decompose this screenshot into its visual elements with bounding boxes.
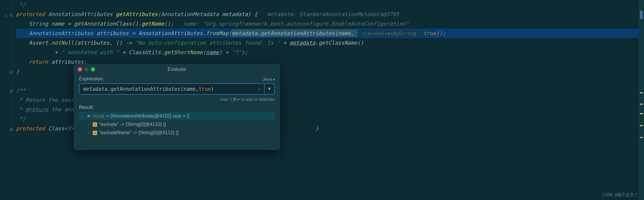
code-line: + " annotated with " + ClassUtils.getSho… bbox=[16, 48, 644, 57]
code-line: String name = getAnnotationClass().getNa… bbox=[16, 19, 644, 29]
object-icon: ⚭ bbox=[86, 114, 91, 118]
gutter: ↓ ⊟ ⊟ ⊟ ⊞ bbox=[0, 0, 12, 133]
editor-markers[interactable] bbox=[639, 0, 644, 200]
chevron-down-icon[interactable]: ⌄ bbox=[80, 114, 84, 118]
code-line: protected AnnotationAttributes getAttrib… bbox=[16, 10, 644, 19]
fold-open-icon[interactable]: ⊟ bbox=[8, 87, 14, 96]
field-icon: ≡ bbox=[93, 122, 97, 127]
fold-icon[interactable]: ⊟ bbox=[8, 10, 14, 20]
fold-close-icon[interactable]: ⊟ bbox=[8, 68, 14, 77]
fold-open-icon[interactable]: ⊞ bbox=[8, 125, 14, 134]
code-line: Assert.notNull(attributes, () -> "No aut… bbox=[16, 38, 644, 48]
code-line: */ bbox=[16, 0, 644, 10]
result-label: Result: bbox=[79, 105, 275, 110]
arrow-down-icon[interactable]: ↓ bbox=[3, 10, 9, 20]
watermark: CSDN @贼不走空？ bbox=[602, 192, 638, 198]
result-tree[interactable]: ⌄ ⚭ result = {AnnotationAttributes@4102}… bbox=[79, 112, 275, 137]
dialog-titlebar[interactable]: Evaluate bbox=[74, 64, 280, 75]
tree-row[interactable]: › ≡ "excludeName" -> {String[0]@4112} [] bbox=[79, 129, 275, 137]
chevron-right-icon[interactable]: › bbox=[87, 122, 91, 126]
dialog-title: Evaluate bbox=[74, 67, 280, 72]
language-dropdown[interactable]: Java bbox=[263, 76, 275, 82]
tree-row-root[interactable]: ⌄ ⚭ result = {AnnotationAttributes@4102}… bbox=[79, 112, 275, 120]
shortcut-hint: Use ⇧⌘↩ to add to Watches bbox=[79, 97, 275, 102]
expand-icon[interactable]: ⤢ bbox=[258, 87, 261, 92]
expression-label: Expression: bbox=[79, 76, 104, 82]
tree-row[interactable]: › ≡ "exclude" -> {String[0]@4110} [] bbox=[79, 120, 275, 129]
field-icon: ≡ bbox=[93, 131, 97, 135]
history-dropdown[interactable]: ▼ bbox=[265, 83, 275, 95]
evaluate-dialog: Evaluate Expression: Java metadata.getAn… bbox=[74, 64, 280, 150]
chevron-right-icon[interactable]: › bbox=[87, 131, 91, 135]
code-line-current: AnnotationAttributes attributes = Annota… bbox=[16, 29, 644, 38]
expression-input[interactable]: metadata.getAnnotationAttributes(name, t… bbox=[79, 83, 265, 95]
